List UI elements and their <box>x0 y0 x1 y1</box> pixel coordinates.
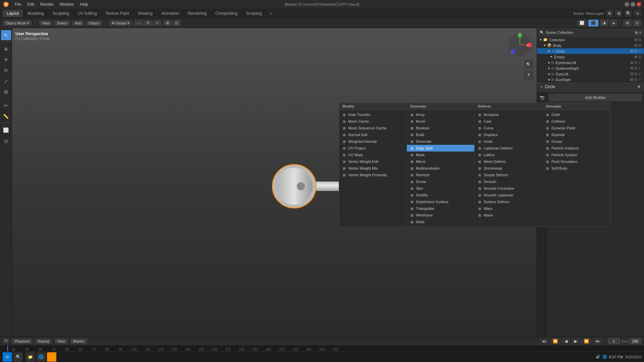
play-reverse-button[interactable]: ◀ <box>562 338 570 344</box>
outliner-item-circle[interactable]: ▸ ○ Circle ⊞ ⊡ ✓ <box>537 48 644 54</box>
mod-shrinkwrap[interactable]: ⊞ Shrinkwrap <box>475 165 542 172</box>
mod-wireframe[interactable]: ⊞ Wireframe <box>407 212 474 219</box>
add-modifier-button[interactable]: Add Modifier <box>549 94 642 101</box>
mod-mesh-deform[interactable]: ⊞ Mesh Deform <box>475 158 542 165</box>
mod-mesh-cache[interactable]: ⊞ Mesh Cache <box>339 118 407 125</box>
frame-start-jump[interactable]: ⏮ <box>539 338 549 344</box>
tab-scripting[interactable]: Scripting <box>242 10 266 17</box>
outliner-item-empty[interactable]: ✦ Empty ⊞ ⊡ <box>537 54 644 60</box>
mod-smooth-laplacian[interactable]: ⊞ Smooth Laplacian <box>475 192 542 198</box>
add-workspace-button[interactable]: + <box>267 10 275 17</box>
tool-add-object[interactable]: ◎ <box>1 136 11 146</box>
zoom-in-button[interactable]: 🔍 <box>524 60 533 69</box>
taskbar-chrome[interactable]: 🌐 <box>36 352 46 362</box>
mod-simple-deform[interactable]: ⊞ Simple Deform <box>475 172 542 178</box>
tab-compositing[interactable]: Compositing <box>211 10 242 17</box>
taskbar-search[interactable]: 🔍 <box>13 352 23 362</box>
mod-ocean[interactable]: ⊞ Ocean <box>542 138 610 145</box>
view-menu[interactable]: View <box>39 20 52 26</box>
mod-edge-split[interactable]: ⊞ Edge Split <box>407 145 474 152</box>
outliner-item-eyebrow-left[interactable]: ▸ ▷ EyebrowLeft ⊞ ⊡ ✓ <box>537 60 644 65</box>
playback-menu[interactable]: Playback <box>12 339 33 344</box>
tool-cursor[interactable]: ⊕ <box>1 44 11 54</box>
mod-smooth-corrective[interactable]: ⊞ Smooth Corrective <box>475 185 542 192</box>
screen-layout-button[interactable]: ⊞ <box>615 10 623 17</box>
tool-select[interactable]: ↖ <box>1 30 11 40</box>
close-button[interactable]: ✕ <box>637 2 641 7</box>
mod-screw[interactable]: ⊞ Screw <box>407 178 474 185</box>
frame-back[interactable]: ⏪ <box>550 338 560 344</box>
menu-edit[interactable]: Edit <box>24 1 37 7</box>
outliner-item-eye-right[interactable]: ▸ ▷ EyeRight ⊞ ⊡ ✓ <box>537 77 644 82</box>
mod-vertex-weight-edit[interactable]: ⊞ Vertex Weight Edit <box>339 158 407 165</box>
orientation-gizmo[interactable]: X Z Y <box>506 32 533 58</box>
add-menu[interactable]: Add <box>72 20 84 26</box>
mod-solidify[interactable]: ⊞ Solidify <box>407 192 474 198</box>
frame-end-jump[interactable]: ⏭ <box>593 338 602 344</box>
frame-forward[interactable]: ⏩ <box>581 338 592 344</box>
mod-particle-instance[interactable]: ⊞ Particle Instance <box>542 145 610 152</box>
tool-annotate[interactable]: ✏ <box>1 101 11 111</box>
mod-mirror[interactable]: ⊞ Mirror <box>407 158 474 165</box>
minimize-button[interactable]: — <box>625 2 629 7</box>
tool-transform[interactable]: ⊞ <box>1 87 11 97</box>
mod-curve[interactable]: ⊞ Curve <box>475 125 542 131</box>
mod-data-transfer[interactable]: ⊞ Data Transfer <box>339 111 407 118</box>
shading-material[interactable]: ◑ <box>600 20 608 26</box>
object-menu[interactable]: Object <box>86 20 102 26</box>
maximize-button[interactable]: □ <box>631 2 635 7</box>
mod-triangulate[interactable]: ⊞ Triangulate <box>407 205 474 212</box>
mod-mesh-sequence-cache[interactable]: ⊞ Mesh Sequence Cache <box>339 125 407 131</box>
marker-menu[interactable]: Marker <box>70 339 87 344</box>
mod-build[interactable]: ⊞ Build <box>407 131 474 138</box>
tab-animation[interactable]: Animation <box>157 10 183 17</box>
menu-window[interactable]: Window <box>57 1 76 7</box>
mod-warp[interactable]: ⊞ Warp <box>475 205 542 212</box>
mod-vertex-weight-mix[interactable]: ⊞ Vertex Weight Mix <box>339 165 407 172</box>
mod-soft-body[interactable]: ⊞ Soft Body <box>542 165 610 172</box>
outliner-item-eyebrow-right[interactable]: ▸ ▷ EyebrowRight ⊞ ⊡ ✓ <box>537 65 644 71</box>
tool-move[interactable]: ✛ <box>1 55 11 65</box>
mod-armature[interactable]: ⊞ Armature <box>475 111 542 118</box>
mod-multiresolution[interactable]: ⊞ Multiresolution <box>407 165 474 172</box>
transform-scale[interactable]: ⤢ <box>153 20 161 26</box>
keying-menu[interactable]: Keying <box>35 339 52 344</box>
mod-mask[interactable]: ⊞ Mask <box>407 152 474 158</box>
shading-solid[interactable]: ⬛ <box>588 20 598 26</box>
shading-rendered[interactable]: ● <box>610 20 618 26</box>
outliner-item-eye-left[interactable]: ▸ ▷ EyeLeft ⊞ ⊡ ✓ <box>537 71 644 77</box>
mod-decimate[interactable]: ⊞ Decimate <box>407 138 474 145</box>
mod-laplacian-deform[interactable]: ⊞ Laplacian Deform <box>475 145 542 152</box>
end-frame-input[interactable] <box>629 338 641 344</box>
mod-displace[interactable]: ⊞ Displace <box>475 131 542 138</box>
tab-texture-paint[interactable]: Texture Paint <box>102 10 133 17</box>
mod-weighted-normal[interactable]: ⊞ Weighted Normal <box>339 138 407 145</box>
mod-uv-warp[interactable]: ⊞ UV Warp <box>339 152 407 158</box>
transform-translate[interactable]: ↔ <box>134 20 143 26</box>
prop-render[interactable]: 📷 <box>538 93 546 102</box>
tab-modeling[interactable]: Modeling <box>23 10 48 17</box>
timeline-view-menu[interactable]: View <box>54 339 68 344</box>
mode-selector[interactable]: Object Mode ▾ <box>3 20 32 26</box>
mod-surface-deform[interactable]: ⊞ Surface Deform <box>475 198 542 205</box>
mod-smooth[interactable]: ⊞ Smooth <box>475 178 542 185</box>
tab-sculpting[interactable]: Sculpting <box>49 10 73 17</box>
snap-button[interactable]: ⊞ <box>163 20 172 26</box>
current-frame-input[interactable] <box>608 338 620 344</box>
mod-explode[interactable]: ⊞ Explode <box>542 131 610 138</box>
outliner-scene-collection[interactable]: ▾ 📁 Collection ⊞ ⊡ <box>537 37 644 43</box>
mod-wave[interactable]: ⊞ Wave <box>475 212 542 219</box>
mod-array[interactable]: ⊞ Array <box>407 111 474 118</box>
transform-rotate[interactable]: ⟳ <box>144 20 152 26</box>
overlay-button[interactable]: ⊕ <box>623 20 632 26</box>
mod-weld[interactable]: ⊞ Weld <box>407 219 474 225</box>
mod-cloth[interactable]: ⊞ Cloth <box>542 111 610 118</box>
search-button[interactable]: 🔍 <box>625 10 632 17</box>
zoom-out-button[interactable]: 🔭 <box>524 70 533 80</box>
mod-normal-edit[interactable]: ⊞ Normal Edit <box>339 131 407 138</box>
outliner-item-body[interactable]: ▾ 📦 Body ⊞ ⊡ <box>537 43 644 48</box>
windows-start-button[interactable]: ⊞ <box>3 352 12 362</box>
menu-help[interactable]: Help <box>77 1 91 7</box>
taskbar-explorer[interactable]: 📁 <box>25 352 35 362</box>
mod-collision[interactable]: ⊞ Collision <box>542 118 610 125</box>
